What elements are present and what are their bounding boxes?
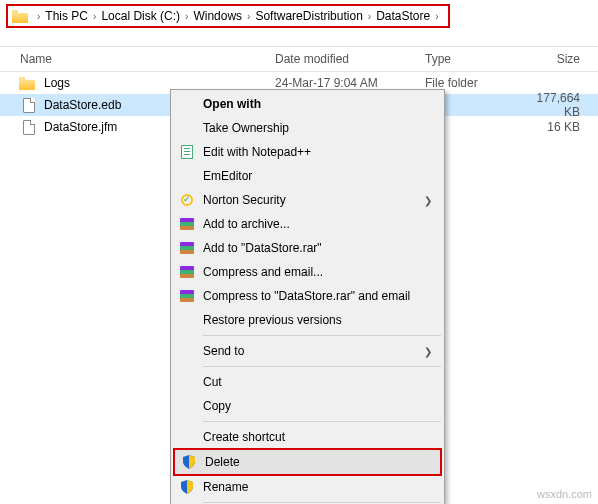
menu-norton-security[interactable]: Norton Security ❯ bbox=[173, 188, 442, 212]
menu-open-with[interactable]: Open with bbox=[173, 92, 442, 116]
menu-copy[interactable]: Copy bbox=[173, 394, 442, 418]
column-headers: Name Date modified Type Size bbox=[0, 46, 598, 72]
menu-cut[interactable]: Cut bbox=[173, 370, 442, 394]
folder-icon bbox=[12, 10, 28, 23]
column-size[interactable]: Size bbox=[520, 52, 580, 66]
menu-compress-rar-and-email[interactable]: Compress to "DataStore.rar" and email bbox=[173, 284, 442, 308]
menu-add-to-datastore-rar[interactable]: Add to "DataStore.rar" bbox=[173, 236, 442, 260]
context-menu: Open with Take Ownership Edit with Notep… bbox=[170, 89, 445, 504]
watermark: wsxdn.com bbox=[537, 488, 592, 500]
file-size: 16 KB bbox=[520, 120, 580, 134]
menu-delete[interactable]: Delete bbox=[175, 450, 440, 474]
chevron-right-icon: ❯ bbox=[424, 346, 432, 357]
chevron-right-icon[interactable]: › bbox=[247, 11, 250, 22]
file-name: Logs bbox=[44, 76, 275, 90]
file-date: 24-Mar-17 9:04 AM bbox=[275, 76, 425, 90]
menu-add-to-archive[interactable]: Add to archive... bbox=[173, 212, 442, 236]
column-date-modified[interactable]: Date modified bbox=[275, 52, 425, 66]
menu-compress-and-email[interactable]: Compress and email... bbox=[173, 260, 442, 284]
shield-icon bbox=[181, 454, 197, 470]
crumb-this-pc[interactable]: This PC bbox=[45, 9, 88, 23]
menu-restore-previous-versions[interactable]: Restore previous versions bbox=[173, 308, 442, 332]
address-bar: › This PC › Local Disk (C:) › Windows › … bbox=[6, 4, 592, 28]
menu-separator bbox=[203, 421, 441, 422]
notepadpp-icon bbox=[179, 144, 195, 160]
file-icon bbox=[20, 119, 38, 135]
chevron-right-icon[interactable]: › bbox=[435, 11, 438, 22]
column-name[interactable]: Name bbox=[20, 52, 275, 66]
breadcrumb[interactable]: › This PC › Local Disk (C:) › Windows › … bbox=[6, 4, 450, 28]
norton-icon bbox=[179, 192, 195, 208]
file-type: File folder bbox=[425, 76, 520, 90]
delete-highlight: Delete bbox=[173, 448, 442, 476]
rar-icon bbox=[179, 288, 195, 304]
file-size: 177,664 KB bbox=[520, 91, 580, 119]
menu-separator bbox=[203, 366, 441, 367]
menu-send-to[interactable]: Send to ❯ bbox=[173, 339, 442, 363]
file-icon bbox=[20, 97, 38, 113]
menu-rename[interactable]: Rename bbox=[173, 475, 442, 499]
shield-icon bbox=[179, 479, 195, 495]
crumb-datastore[interactable]: DataStore bbox=[376, 9, 430, 23]
chevron-right-icon[interactable]: › bbox=[368, 11, 371, 22]
rar-icon bbox=[179, 264, 195, 280]
crumb-softwaredistribution[interactable]: SoftwareDistribution bbox=[255, 9, 362, 23]
menu-create-shortcut[interactable]: Create shortcut bbox=[173, 425, 442, 449]
rar-icon bbox=[179, 240, 195, 256]
chevron-right-icon[interactable]: › bbox=[37, 11, 40, 22]
menu-emeditor[interactable]: EmEditor bbox=[173, 164, 442, 188]
rar-icon bbox=[179, 216, 195, 232]
crumb-windows[interactable]: Windows bbox=[193, 9, 242, 23]
chevron-right-icon[interactable]: › bbox=[185, 11, 188, 22]
column-type[interactable]: Type bbox=[425, 52, 520, 66]
menu-separator bbox=[203, 502, 441, 503]
chevron-right-icon[interactable]: › bbox=[93, 11, 96, 22]
menu-edit-notepadpp[interactable]: Edit with Notepad++ bbox=[173, 140, 442, 164]
menu-take-ownership[interactable]: Take Ownership bbox=[173, 116, 442, 140]
crumb-local-disk[interactable]: Local Disk (C:) bbox=[101, 9, 180, 23]
folder-icon bbox=[20, 75, 38, 91]
menu-separator bbox=[203, 335, 441, 336]
chevron-right-icon: ❯ bbox=[424, 195, 432, 206]
